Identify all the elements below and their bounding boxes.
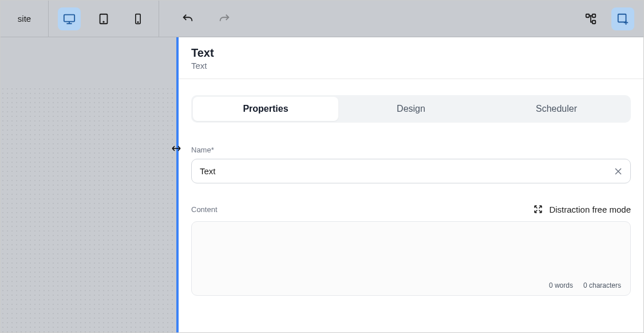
- panel-header: Text Text: [179, 37, 643, 79]
- redo-icon: [218, 13, 231, 25]
- content-label: Content: [191, 205, 218, 214]
- tab-properties[interactable]: Properties: [193, 97, 338, 121]
- distraction-free-button[interactable]: Distraction free mode: [533, 204, 631, 214]
- panel-resize-handle[interactable]: [171, 143, 182, 154]
- name-input[interactable]: [191, 159, 631, 183]
- tab-scheduler[interactable]: Scheduler: [484, 97, 629, 121]
- mobile-device-button[interactable]: [127, 7, 149, 30]
- undo-button[interactable]: [180, 11, 196, 27]
- svg-rect-7: [586, 14, 590, 17]
- word-count: 0 words: [549, 281, 573, 289]
- svg-point-4: [103, 21, 104, 22]
- add-square-icon: [617, 13, 629, 25]
- svg-rect-10: [618, 14, 626, 22]
- history-controls: [159, 1, 253, 37]
- expand-icon: [533, 204, 543, 214]
- tablet-device-button[interactable]: [92, 7, 115, 30]
- undo-icon: [181, 13, 194, 25]
- device-switcher: [49, 1, 159, 37]
- char-count: 0 characters: [583, 281, 621, 289]
- desktop-icon: [63, 13, 76, 25]
- panel-body: Properties Design Scheduler Name* Conten…: [179, 79, 643, 332]
- mobile-icon: [132, 13, 144, 25]
- svg-rect-8: [592, 14, 596, 17]
- add-component-button[interactable]: [611, 7, 634, 30]
- content-header: Content Distraction free mode: [191, 204, 631, 214]
- distraction-free-label: Distraction free mode: [549, 205, 631, 214]
- toolbar-right: [579, 7, 643, 30]
- editor-status: 0 words 0 characters: [549, 281, 621, 289]
- panel-subtitle: Text: [191, 61, 631, 70]
- panel-title: Text: [191, 46, 631, 60]
- toolbar: site: [1, 1, 643, 37]
- canvas-preview: [1, 37, 176, 332]
- site-label[interactable]: site: [1, 1, 49, 37]
- name-label: Name*: [191, 146, 631, 154]
- desktop-device-button[interactable]: [58, 7, 81, 30]
- redo-button: [216, 11, 232, 27]
- canvas-grid: [1, 87, 176, 332]
- svg-point-6: [137, 21, 138, 22]
- tab-design[interactable]: Design: [338, 97, 484, 121]
- tablet-icon: [97, 13, 110, 25]
- name-input-wrapper: [191, 159, 631, 183]
- tree-icon: [584, 13, 597, 25]
- properties-panel: Text Text Properties Design Scheduler Na…: [176, 37, 643, 332]
- content-editor[interactable]: 0 words 0 characters: [191, 221, 631, 296]
- clear-name-button[interactable]: [613, 166, 624, 177]
- svg-rect-9: [592, 20, 596, 23]
- close-icon: [615, 168, 622, 175]
- svg-rect-0: [64, 14, 74, 21]
- tabs: Properties Design Scheduler: [191, 95, 631, 123]
- tree-view-button[interactable]: [579, 7, 602, 30]
- canvas-area: Text Text Properties Design Scheduler Na…: [1, 37, 643, 332]
